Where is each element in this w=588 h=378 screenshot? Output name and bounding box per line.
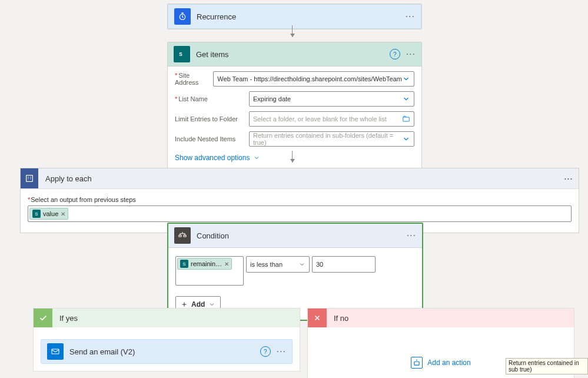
condition-title: Condition — [197, 231, 401, 240]
chevron-down-icon — [402, 95, 410, 103]
send-email-menu-icon[interactable]: ··· — [277, 346, 286, 357]
svg-rect-7 — [414, 362, 419, 365]
list-name-label: List Name — [175, 95, 243, 102]
if-no-title: If no — [327, 314, 348, 323]
help-icon[interactable]: ? — [390, 49, 400, 59]
outlook-icon — [47, 343, 64, 360]
sharepoint-icon: S — [174, 46, 190, 62]
get-items-menu-icon[interactable]: ··· — [406, 49, 416, 59]
chevron-down-icon — [253, 154, 260, 161]
condition-menu-icon[interactable]: ··· — [407, 230, 416, 241]
get-items-card: S Get items ? ··· Site Address Web Team … — [167, 42, 422, 172]
list-name-field[interactable]: Expiring date — [249, 91, 414, 107]
limit-folder-label: Limit Entries to Folder — [175, 115, 243, 122]
close-icon — [308, 309, 327, 327]
chevron-down-icon — [402, 75, 410, 83]
plus-icon — [411, 357, 423, 369]
limit-folder-field[interactable]: Select a folder, or leave blank for the … — [249, 111, 414, 127]
recurrence-title: Recurrence — [197, 12, 400, 21]
svg-text:S: S — [179, 52, 182, 57]
condition-left-operand[interactable]: S remainin… ✕ — [175, 256, 244, 286]
connector-arrow — [292, 151, 293, 163]
condition-card: Condition ··· S remainin… ✕ is less than… — [167, 223, 423, 321]
recurrence-card[interactable]: Recurrence ··· — [167, 4, 422, 29]
remove-token-icon[interactable]: ✕ — [61, 211, 65, 217]
remaining-token[interactable]: S remainin… ✕ — [177, 258, 232, 270]
loop-icon — [21, 168, 38, 188]
folder-icon[interactable] — [402, 115, 410, 123]
send-email-card[interactable]: Send an email (V2) ? ··· — [41, 339, 293, 364]
plus-icon — [181, 301, 188, 308]
remove-token-icon[interactable]: ✕ — [224, 261, 229, 267]
chevron-down-icon — [298, 261, 305, 268]
site-address-label: Site Address — [175, 72, 207, 86]
recurrence-menu-icon[interactable]: ··· — [406, 11, 415, 22]
svg-rect-5 — [184, 235, 186, 237]
get-items-title: Get items — [196, 50, 384, 59]
if-yes-title: If yes — [52, 314, 78, 323]
chevron-down-icon — [208, 301, 215, 308]
condition-icon — [174, 227, 191, 244]
output-label: Select an output from previous steps — [28, 196, 572, 203]
svg-rect-3 — [26, 175, 33, 182]
nested-field[interactable]: Return entries contained in sub-folders … — [249, 131, 414, 147]
sharepoint-icon: S — [180, 260, 188, 268]
site-address-field[interactable]: Web Team - https://directholding.sharepo… — [213, 71, 414, 87]
tooltip: Return entries contained in sub true) — [506, 358, 588, 374]
connector-arrow — [292, 25, 293, 37]
output-field[interactable]: S value ✕ — [28, 205, 572, 222]
recurrence-icon — [174, 8, 191, 25]
help-icon[interactable]: ? — [260, 346, 271, 357]
send-email-title: Send an email (V2) — [69, 347, 254, 356]
chevron-down-icon — [402, 135, 410, 143]
svg-rect-6 — [52, 349, 59, 354]
nested-label: Include Nested Items — [175, 135, 243, 142]
svg-rect-4 — [179, 235, 181, 237]
sharepoint-icon: S — [32, 210, 41, 218]
value-token[interactable]: S value ✕ — [29, 208, 68, 220]
check-icon — [34, 309, 52, 327]
svg-rect-2 — [403, 117, 410, 121]
apply-to-each-menu-icon[interactable]: ··· — [558, 173, 579, 185]
condition-right-operand[interactable]: 30 — [312, 256, 376, 273]
condition-operator[interactable]: is less than — [246, 256, 310, 273]
apply-to-each-title: Apply to each — [45, 174, 551, 183]
if-yes-branch: If yes Send an email (V2) ? ··· — [33, 308, 300, 372]
